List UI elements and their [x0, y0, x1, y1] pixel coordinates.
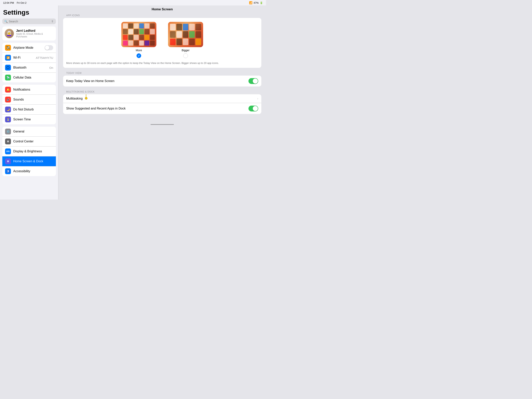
multitasking-row[interactable]: Multitasking Multitasking ›: [63, 94, 261, 103]
donotdisturb-label: Do Not Disturb: [13, 108, 53, 111]
keep-today-view-row[interactable]: Keep Today View on Home Screen: [63, 76, 261, 86]
cellular-label: Cellular Data: [13, 76, 53, 79]
homescreen-icon: ⊞: [5, 158, 11, 164]
icon-preview-bigger: [168, 22, 203, 47]
suggested-apps-label: Show Suggested and Recent Apps in Dock: [66, 107, 246, 110]
main-content: Home Screen APP ICONS: [58, 6, 266, 200]
main-layout: Settings 🔍 🎙 👩‍🦳 Jerri Ledford Apple ID,…: [0, 6, 266, 200]
avatar: 👩‍🦳: [5, 29, 14, 38]
display-icon: AA: [5, 148, 11, 154]
today-view-card: Keep Today View on Home Screen: [63, 76, 261, 86]
airplane-icon: ✈️: [5, 45, 11, 51]
profile-name: Jerri Ledford: [16, 29, 54, 32]
search-bar[interactable]: 🔍 🎙: [2, 19, 56, 24]
sidebar-title: Settings: [0, 6, 58, 18]
accessibility-label: Accessibility: [13, 169, 53, 173]
search-icon: 🔍: [4, 20, 8, 23]
keep-today-view-toggle[interactable]: [248, 78, 258, 84]
homescreen-label: Home Screen & Dock: [13, 160, 53, 163]
suggested-apps-toggle-thumb: [253, 106, 258, 111]
app-icons-card: More: [63, 18, 261, 68]
bigger-label: Bigger: [182, 49, 190, 52]
wifi-label: Wi-Fi: [13, 56, 33, 59]
multitasking-section-label: MULTITASKING & DOCK: [66, 90, 261, 93]
controlcenter-label: Control Center: [13, 140, 53, 143]
battery-indicator: 47%: [253, 1, 259, 4]
sidebar-item-bluetooth[interactable]: ⬡ Bluetooth On: [2, 63, 56, 73]
sidebar-item-homescreen[interactable]: ⊞ Home Screen & Dock: [2, 156, 56, 166]
content-body: APP ICONS: [58, 14, 266, 122]
wifi-settings-icon: 📶: [5, 55, 11, 61]
sidebar-item-notifications[interactable]: 🔔 Notifications: [2, 85, 56, 95]
sidebar-item-donotdisturb[interactable]: 🌙 Do Not Disturb: [2, 105, 56, 115]
sounds-icon: 🔊: [5, 97, 11, 103]
battery-icon: 🔋: [260, 1, 263, 4]
app-icons-section-label: APP ICONS: [66, 14, 261, 17]
today-view-section-label: TODAY VIEW: [66, 72, 261, 74]
cellular-icon: 📡: [5, 75, 11, 80]
airplane-toggle-thumb: [45, 45, 49, 50]
sidebar-item-displaybrightness[interactable]: AA Display & Brightness: [2, 147, 56, 156]
callout-line: [85, 94, 85, 97]
status-time: 12:04 PM: [3, 1, 14, 4]
screentime-icon: ⏳: [5, 116, 11, 122]
bluetooth-value: On: [49, 66, 53, 69]
sidebar: Settings 🔍 🎙 👩‍🦳 Jerri Ledford Apple ID,…: [0, 6, 58, 200]
sidebar-item-accessibility[interactable]: ♿ Accessibility: [2, 166, 56, 176]
screentime-label: Screen Time: [13, 118, 53, 121]
sidebar-item-wifi[interactable]: 📶 Wi-Fi ATT54rHY7U: [2, 53, 56, 63]
airplane-toggle[interactable]: [44, 45, 53, 50]
status-bar: 12:04 PM Fri Oct 2 📶 47% 🔋: [0, 0, 266, 6]
sidebar-item-sounds[interactable]: 🔊 Sounds: [2, 95, 56, 105]
app-icons-row: More: [63, 18, 261, 61]
accessibility-icon: ♿: [5, 168, 11, 174]
notifications-label: Notifications: [13, 88, 53, 91]
sidebar-item-screentime[interactable]: ⏳ Screen Time: [2, 115, 56, 124]
multitasking-card: Multitasking Multitasking ›: [63, 94, 261, 114]
suggested-apps-toggle[interactable]: [248, 106, 258, 111]
home-indicator: [151, 124, 174, 125]
settings-group-connectivity: ✈️ Airplane Mode 📶 Wi-Fi ATT54rHY7U ⬡ Bl…: [2, 43, 56, 82]
microphone-icon: 🎙: [51, 20, 54, 23]
keep-today-view-toggle-thumb: [253, 78, 258, 84]
more-radio[interactable]: [137, 53, 141, 58]
bottom-bar: [58, 122, 266, 126]
wifi-icon: 📶: [249, 1, 252, 4]
sidebar-item-cellular[interactable]: 📡 Cellular Data: [2, 73, 56, 82]
profile-info: Jerri Ledford Apple ID, iCloud, Media & …: [16, 29, 54, 38]
icon-option-bigger[interactable]: Bigger: [168, 22, 203, 58]
multitasking-chevron: ›: [257, 97, 258, 100]
display-label: Display & Brightness: [13, 150, 53, 153]
page-title: Home Screen: [152, 7, 173, 11]
wifi-value: ATT54rHY7U: [36, 56, 53, 59]
general-label: General: [13, 130, 53, 133]
icon-option-more[interactable]: More: [121, 22, 156, 58]
app-icons-description: More shows up to 30 icons on each page w…: [63, 61, 261, 68]
status-indicators: 📶 47% 🔋: [249, 1, 263, 4]
notifications-icon: 🔔: [5, 87, 11, 93]
profile-section[interactable]: 👩‍🦳 Jerri Ledford Apple ID, iCloud, Medi…: [2, 26, 56, 40]
sounds-label: Sounds: [13, 98, 53, 101]
sidebar-item-airplane[interactable]: ✈️ Airplane Mode: [2, 43, 56, 53]
callout-dot: [85, 97, 88, 100]
more-label: More: [136, 49, 142, 52]
search-input[interactable]: [9, 20, 50, 23]
bluetooth-label: Bluetooth: [13, 66, 47, 69]
icon-preview-more: [121, 22, 156, 47]
keep-today-view-label: Keep Today View on Home Screen: [66, 79, 246, 83]
sidebar-item-controlcenter[interactable]: ⊞ Control Center: [2, 137, 56, 147]
multitasking-label: Multitasking: [66, 97, 255, 100]
status-date: Fri Oct 2: [17, 1, 26, 4]
status-time-date: 12:04 PM Fri Oct 2: [3, 1, 26, 4]
sidebar-item-general[interactable]: ⚙️ General: [2, 127, 56, 137]
settings-group-alerts: 🔔 Notifications 🔊 Sounds 🌙 Do Not Distur…: [2, 85, 56, 124]
settings-group-display: ⚙️ General ⊞ Control Center AA Display &…: [2, 127, 56, 176]
donotdisturb-icon: 🌙: [5, 107, 11, 112]
controlcenter-icon: ⊞: [5, 139, 11, 144]
content-header: Home Screen: [58, 6, 266, 14]
suggested-apps-row[interactable]: Show Suggested and Recent Apps in Dock: [63, 103, 261, 114]
general-icon: ⚙️: [5, 129, 11, 135]
profile-subtitle: Apple ID, iCloud, Media & Purchases: [16, 32, 54, 38]
airplane-label: Airplane Mode: [13, 46, 42, 50]
bigger-radio[interactable]: [183, 53, 188, 58]
